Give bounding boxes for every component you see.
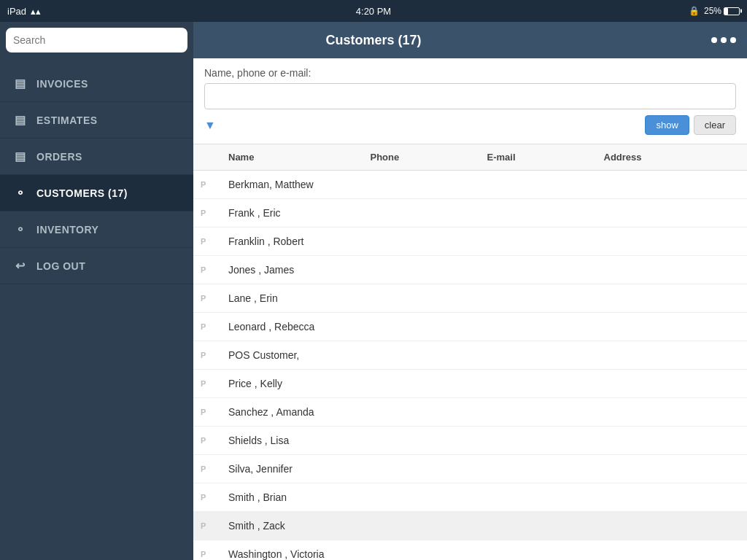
main-content: Customers (17) Name, phone or e-mail: ▼ …	[193, 22, 747, 560]
customer-name: Jones , James	[222, 256, 365, 284]
col-phone: Phone	[365, 144, 481, 170]
chevron-down-icon[interactable]: ▼	[204, 119, 216, 132]
filter-area: Name, phone or e-mail: ▼ show clear	[193, 58, 747, 144]
row-flag: P	[201, 456, 222, 482]
dot-2	[721, 37, 727, 43]
sidebar-item-label: CUSTOMERS (17)	[36, 187, 128, 199]
sidebar-item-label: ORDERS	[36, 151, 82, 163]
table-row[interactable]: P Berkman, Matthew	[193, 171, 747, 199]
dot-1	[711, 37, 717, 43]
logout-icon: ↩	[13, 259, 28, 273]
col-email: E-mail	[481, 144, 598, 170]
row-flag: P	[201, 228, 222, 254]
btn-group: show clear	[645, 115, 736, 135]
wifi-icon: ▴▴	[31, 6, 41, 17]
row-flag: P	[201, 342, 222, 368]
customer-email	[481, 432, 598, 448]
customer-address	[598, 518, 740, 534]
customer-name: Berkman, Matthew	[222, 171, 365, 198]
customer-email	[481, 376, 598, 392]
sidebar-item-logout[interactable]: ↩ LOG OUT	[0, 248, 193, 284]
customer-email	[481, 347, 598, 363]
sidebar-item-customers[interactable]: ⚬ CUSTOMERS (17)	[0, 175, 193, 211]
customer-address	[598, 376, 740, 392]
customer-name: Sanchez , Amanda	[222, 398, 365, 426]
battery: 25%	[704, 6, 740, 16]
customer-email	[481, 546, 598, 560]
row-flag: P	[201, 484, 222, 510]
customers-icon: ⚬	[13, 186, 28, 200]
table-body: P Berkman, Matthew P Frank , Eric P Fran…	[193, 171, 747, 560]
filter-input[interactable]	[204, 83, 736, 109]
customer-name: Leonard , Rebecca	[222, 313, 365, 341]
table-row[interactable]: P Shields , Lisa	[193, 427, 747, 455]
search-input[interactable]	[6, 28, 187, 52]
row-flag: P	[201, 541, 222, 560]
sidebar-item-label: ESTIMATES	[36, 114, 98, 126]
sidebar-item-estimates[interactable]: ▤ ESTIMATES	[0, 102, 193, 139]
customer-address	[598, 205, 740, 221]
row-flag: P	[201, 200, 222, 226]
inventory-icon: ⚬	[13, 222, 28, 236]
table-row[interactable]: P Silva, Jennifer	[193, 455, 747, 483]
customer-email	[481, 290, 598, 306]
table-row[interactable]: P Smith , Brian	[193, 483, 747, 512]
sidebar-item-inventory[interactable]: ⚬ INVENTORY	[0, 211, 193, 248]
nav-items: ▤ INVOICES ▤ ESTIMATES ▤ ORDERS ⚬ CUSTOM…	[0, 66, 193, 284]
customers-table: Name Phone E-mail Address P Berkman, Mat…	[193, 144, 747, 560]
table-row[interactable]: P Price , Kelly	[193, 370, 747, 398]
table-row[interactable]: P Smith , Zack	[193, 512, 747, 540]
row-flag: P	[201, 171, 222, 198]
search-container	[0, 22, 193, 58]
row-flag: P	[201, 285, 222, 311]
customer-phone	[365, 546, 481, 560]
status-left: iPad ▴▴	[7, 6, 41, 17]
estimates-icon: ▤	[13, 113, 28, 127]
customer-phone	[365, 290, 481, 306]
customer-phone	[365, 489, 481, 505]
app-container: ▤ INVOICES ▤ ESTIMATES ▤ ORDERS ⚬ CUSTOM…	[0, 22, 747, 560]
customer-email	[481, 461, 598, 477]
sidebar-item-invoices[interactable]: ▤ INVOICES	[0, 66, 193, 102]
customer-address	[598, 233, 740, 249]
table-header: Name Phone E-mail Address	[193, 144, 747, 171]
customer-name: Washington , Victoria	[222, 540, 365, 560]
table-row[interactable]: P Leonard , Rebecca	[193, 313, 747, 341]
status-right: 🔒 25%	[689, 6, 740, 16]
customer-phone	[365, 233, 481, 249]
table-row[interactable]: P Washington , Victoria	[193, 540, 747, 560]
customer-email	[481, 233, 598, 249]
row-flag: P	[201, 314, 222, 340]
customer-email	[481, 176, 598, 192]
show-button[interactable]: show	[645, 115, 689, 135]
customer-name: POS Customer,	[222, 341, 365, 369]
sidebar-item-label: INVENTORY	[36, 224, 98, 236]
row-flag: P	[201, 257, 222, 283]
table-row[interactable]: P Sanchez , Amanda	[193, 398, 747, 427]
customer-address	[598, 546, 740, 560]
table-row[interactable]: P Jones , James	[193, 256, 747, 284]
sidebar-item-orders[interactable]: ▤ ORDERS	[0, 139, 193, 175]
customer-email	[481, 489, 598, 505]
customer-phone	[365, 205, 481, 221]
customer-phone	[365, 347, 481, 363]
table-row[interactable]: P Franklin , Robert	[193, 228, 747, 256]
table-row[interactable]: P Frank , Eric	[193, 199, 747, 228]
customer-name: Shields , Lisa	[222, 427, 365, 454]
clear-button[interactable]: clear	[694, 115, 736, 135]
customer-phone	[365, 319, 481, 335]
col-name: Name	[222, 144, 365, 170]
filter-actions: ▼ show clear	[204, 115, 736, 135]
customer-email	[481, 262, 598, 278]
customer-phone	[365, 432, 481, 448]
customer-name: Frank , Eric	[222, 199, 365, 227]
customer-email	[481, 404, 598, 420]
customer-email	[481, 319, 598, 335]
table-row[interactable]: P POS Customer,	[193, 341, 747, 370]
table-row[interactable]: P Lane , Erin	[193, 284, 747, 313]
col-address: Address	[598, 144, 740, 170]
customer-name: Franklin , Robert	[222, 228, 365, 255]
row-flag: P	[201, 427, 222, 454]
more-options[interactable]	[711, 37, 736, 43]
customer-address	[598, 489, 740, 505]
